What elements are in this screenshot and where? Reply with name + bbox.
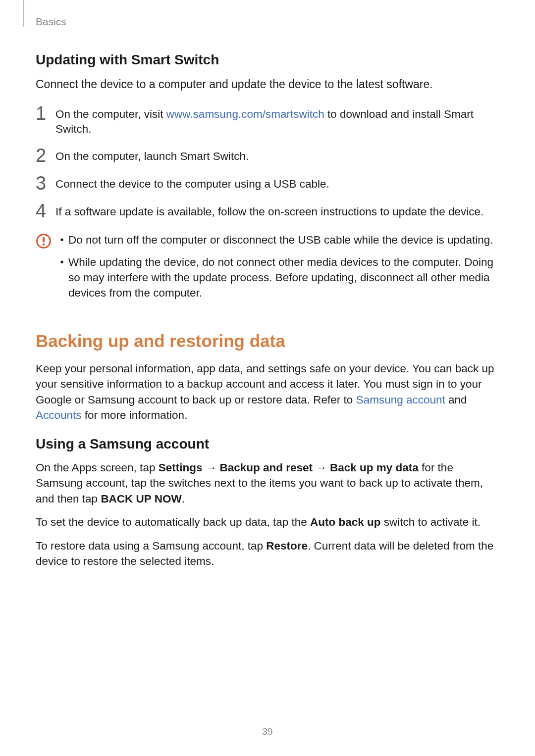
p1-a: On the Apps screen, tap [36, 461, 159, 474]
p1-arrow1: → [202, 461, 219, 474]
subheading-samsung-account: Using a Samsung account [36, 436, 499, 452]
breadcrumb: Basics [36, 16, 66, 28]
p1-b2: Backup and reset [219, 461, 313, 474]
smartswitch-link[interactable]: www.samsung.com/smartswitch [166, 108, 324, 120]
backup-paragraph-1: On the Apps screen, tap Settings → Backu… [36, 460, 499, 507]
step-body: On the computer, visit www.samsung.com/s… [55, 107, 499, 137]
backup-intro-paragraph: Keep your personal information, app data… [36, 361, 499, 423]
intro-mid: and [445, 394, 467, 406]
step-number: 3 [36, 174, 55, 193]
p3-b: Restore [266, 540, 308, 552]
p3-a: To restore data using a Samsung account,… [36, 540, 266, 552]
section-heading-backup: Backing up and restoring data [36, 331, 499, 351]
section-lead: Connect the device to a computer and upd… [36, 77, 499, 92]
step-text-pre: On the computer, visit [55, 108, 166, 120]
page-content: Updating with Smart Switch Connect the d… [36, 52, 499, 577]
svg-point-2 [43, 243, 45, 245]
caution-notice: • Do not turn off the computer or discon… [36, 232, 499, 307]
p1-b1: Settings [159, 461, 203, 474]
p1-d: . [182, 493, 185, 505]
accounts-link[interactable]: Accounts [36, 409, 82, 421]
caution-item-2: • While updating the device, do not conn… [55, 254, 499, 301]
backup-paragraph-2: To set the device to automatically back … [36, 514, 499, 530]
caution-text: Do not turn off the computer or disconne… [68, 232, 493, 248]
caution-icon [36, 233, 55, 251]
intro-post: for more information. [82, 409, 188, 421]
step-number: 1 [36, 104, 55, 123]
bullet-dot: • [55, 254, 68, 268]
section-heading-smart-switch: Updating with Smart Switch [36, 52, 499, 68]
step-4: 4 If a software update is available, fol… [36, 204, 499, 220]
caution-item-1: • Do not turn off the computer or discon… [55, 232, 499, 248]
step-2: 2 On the computer, launch Smart Switch. [36, 149, 499, 165]
p1-b3: Back up my data [330, 461, 419, 474]
bullet-dot: • [55, 232, 68, 246]
p2-c: switch to activate it. [381, 516, 481, 528]
svg-rect-1 [43, 237, 45, 242]
step-body: On the computer, launch Smart Switch. [55, 149, 249, 164]
header-rule [23, 0, 24, 27]
caution-text: While updating the device, do not connec… [68, 254, 499, 301]
step-body: If a software update is available, follo… [55, 204, 483, 219]
p2-b: Auto back up [310, 516, 381, 528]
p1-b4: BACK UP NOW [101, 493, 181, 505]
page-number: 39 [0, 726, 535, 737]
step-body: Connect the device to the computer using… [55, 177, 329, 192]
caution-body: • Do not turn off the computer or discon… [55, 232, 499, 307]
step-number: 4 [36, 202, 55, 220]
step-3: 3 Connect the device to the computer usi… [36, 177, 499, 193]
p2-a: To set the device to automatically back … [36, 516, 310, 528]
step-1: 1 On the computer, visit www.samsung.com… [36, 107, 499, 137]
steps-list: 1 On the computer, visit www.samsung.com… [36, 107, 499, 220]
samsung-account-link[interactable]: Samsung account [356, 394, 445, 406]
p1-arrow2: → [313, 461, 330, 474]
backup-paragraph-3: To restore data using a Samsung account,… [36, 538, 499, 569]
step-number: 2 [36, 146, 55, 165]
